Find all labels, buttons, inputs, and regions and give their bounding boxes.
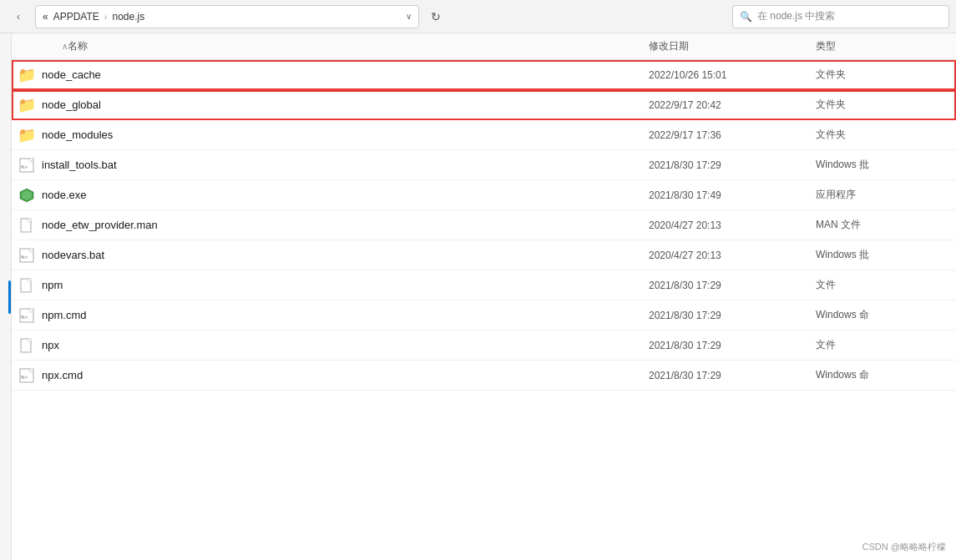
file-date: 2022/10/26 15:01 — [649, 69, 816, 81]
col-date-header: 修改日期 — [649, 39, 816, 53]
file-type: Windows 批 — [816, 158, 949, 172]
search-placeholder: 在 node.js 中搜索 — [757, 9, 835, 23]
file-name: node_cache — [42, 68, 649, 81]
col-name-header: 名称 — [68, 39, 649, 53]
file-date: 2021/8/30 17:29 — [649, 310, 816, 321]
main-area: ∧ 名称 修改日期 类型 📁node_cache2022/10/26 15:01… — [0, 33, 956, 560]
file-name: install_tools.bat — [42, 159, 649, 171]
file-date: 2020/4/27 20:13 — [649, 250, 816, 261]
man-file-icon — [18, 217, 35, 234]
table-row[interactable]: 📁node_modules2022/9/17 17:36文件夹 — [12, 120, 956, 150]
file-name: npx.cmd — [42, 369, 649, 381]
table-row[interactable]: node_etw_provider.man2020/4/27 20:13MAN … — [12, 210, 956, 240]
file-type: 应用程序 — [816, 188, 949, 202]
svg-text:>: > — [25, 375, 28, 380]
file-rows-container: 📁node_cache2022/10/26 15:01文件夹📁node_glob… — [12, 60, 956, 391]
table-row[interactable]: % > npx.cmd2021/8/30 17:29Windows 命 — [12, 361, 956, 391]
file-name: npm — [42, 279, 649, 291]
bat-file-icon: % > — [18, 307, 35, 324]
address-part2: node.js — [112, 11, 144, 23]
bat-file-icon: % > — [18, 247, 35, 264]
table-row[interactable]: 📁node_cache2022/10/26 15:01文件夹 — [12, 60, 956, 90]
file-date: 2021/8/30 17:29 — [649, 280, 816, 291]
svg-text:>: > — [25, 255, 28, 260]
file-list: ∧ 名称 修改日期 类型 📁node_cache2022/10/26 15:01… — [12, 33, 956, 560]
search-bar[interactable]: 🔍 在 node.js 中搜索 — [732, 5, 949, 28]
file-type: 文件 — [816, 338, 949, 352]
file-date: 2021/8/30 17:29 — [649, 159, 816, 171]
file-date: 2020/4/27 20:13 — [649, 219, 816, 231]
file-date: 2021/8/30 17:29 — [649, 340, 816, 351]
exe-file-icon — [18, 187, 35, 204]
table-row[interactable]: 📁node_global2022/9/17 20:42文件夹 — [12, 90, 956, 120]
sidebar — [0, 33, 12, 560]
file-type: 文件夹 — [816, 128, 949, 142]
generic-file-icon — [18, 337, 35, 354]
file-type: Windows 命 — [816, 368, 949, 382]
sort-arrow-icon: ∧ — [62, 42, 68, 51]
file-date: 2021/8/30 17:29 — [649, 370, 816, 381]
bat-file-icon: % > — [18, 367, 35, 384]
file-date: 2021/8/30 17:49 — [649, 189, 816, 201]
search-icon: 🔍 — [740, 11, 752, 23]
column-header: ∧ 名称 修改日期 类型 — [12, 33, 956, 60]
file-type: 文件夹 — [816, 98, 949, 112]
file-type: 文件 — [816, 278, 949, 292]
file-type: 文件夹 — [816, 68, 949, 82]
table-row[interactable]: % > nodevars.bat2020/4/27 20:13Windows 批 — [12, 240, 956, 270]
sidebar-indicator — [8, 280, 11, 314]
title-bar: ‹ « APPDATE › node.js ∨ ↻ 🔍 在 node.js 中搜… — [0, 0, 956, 33]
file-name: node_modules — [42, 129, 649, 141]
table-row[interactable]: node.exe2021/8/30 17:49应用程序 — [12, 180, 956, 210]
address-chevron[interactable]: ∨ — [406, 12, 412, 21]
col-type-header: 类型 — [816, 39, 949, 53]
file-date: 2022/9/17 17:36 — [649, 129, 816, 141]
address-part1: APPDATE — [53, 11, 99, 23]
file-type: Windows 批 — [816, 248, 949, 262]
watermark: CSDN @略略略柠檬 — [862, 541, 946, 553]
file-name: node.exe — [42, 189, 649, 201]
table-row[interactable]: npx2021/8/30 17:29文件 — [12, 330, 956, 361]
bat-file-icon: % > — [18, 157, 35, 174]
svg-text:>: > — [25, 164, 28, 169]
table-row[interactable]: % > install_tools.bat2021/8/30 17:29Wind… — [12, 150, 956, 180]
folder-icon: 📁 — [18, 67, 35, 83]
file-name: node_global — [42, 98, 649, 111]
file-name: node_etw_provider.man — [42, 219, 649, 231]
svg-text:>: > — [25, 315, 28, 320]
address-sep1: › — [104, 12, 108, 22]
address-prefix: « — [43, 11, 48, 23]
address-bar[interactable]: « APPDATE › node.js ∨ — [35, 5, 419, 28]
table-row[interactable]: % > npm.cmd2021/8/30 17:29Windows 命 — [12, 300, 956, 330]
file-name: npx — [42, 339, 649, 351]
file-name: nodevars.bat — [42, 249, 649, 261]
file-name: npm.cmd — [42, 309, 649, 321]
folder-icon: 📁 — [18, 97, 35, 114]
folder-icon: 📁 — [18, 127, 35, 144]
table-row[interactable]: npm2021/8/30 17:29文件 — [12, 270, 956, 300]
refresh-button[interactable]: ↻ — [424, 5, 448, 28]
file-type: Windows 命 — [816, 308, 949, 322]
back-button[interactable]: ‹ — [7, 5, 30, 28]
file-type: MAN 文件 — [816, 218, 949, 232]
file-date: 2022/9/17 20:42 — [649, 99, 816, 111]
generic-file-icon — [18, 277, 35, 294]
